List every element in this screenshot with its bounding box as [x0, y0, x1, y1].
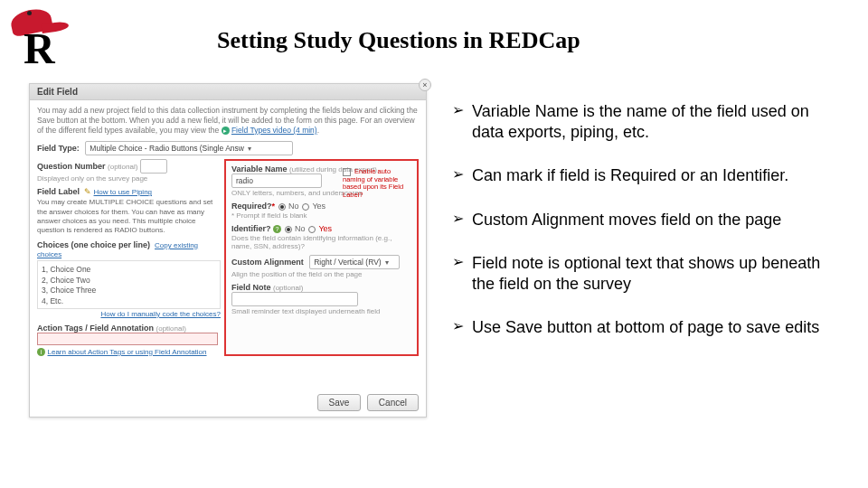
bullet-item: Field note is optional text that shows u…	[452, 253, 841, 294]
explanation-bullets: Variable Name is the name of the field u…	[452, 101, 841, 361]
identifier-no-text: No	[295, 224, 306, 233]
choice-row: 1, Choice One	[42, 265, 216, 276]
bullet-item: Can mark if field is Required or an Iden…	[452, 165, 841, 186]
auto-naming-note: Enable auto naming of variable based upo…	[343, 168, 413, 199]
action-tags-input[interactable]	[37, 333, 218, 345]
variable-name-label: Variable Name	[231, 164, 288, 174]
required-yes-radio[interactable]	[302, 203, 309, 211]
field-label-text: You may create MULTIPLE CHOICE questions…	[37, 198, 221, 236]
field-note-optional: (optional)	[273, 284, 303, 292]
required-note: * Prompt if field is blank	[231, 211, 411, 220]
question-number-label: Question Number	[37, 162, 106, 171]
qnum-optional: (optional)	[108, 163, 137, 171]
choices-label: Choices (one choice per line)	[37, 240, 150, 249]
dialog-buttons: Save Cancel	[314, 394, 419, 411]
redcap-logo: R	[7, 5, 78, 69]
bullet-item: Custom Alignment moves field on the page	[452, 210, 841, 230]
info-icon: i	[37, 348, 45, 356]
field-label-header: Field Label	[37, 187, 80, 196]
identifier-yes-text: Yes	[318, 224, 332, 233]
action-tags-optional: (optional)	[156, 324, 186, 333]
pencil-icon: ✎	[84, 187, 91, 196]
action-tags-help-link[interactable]: Learn about Action Tags or using Field A…	[48, 348, 207, 356]
identifier-note: Does the field contain identifying infor…	[231, 234, 411, 250]
qnum-note: Displayed only on the survey page	[37, 174, 221, 183]
choices-textarea[interactable]: 1, Choice One 2, Choice Two 3, Choice Th…	[37, 260, 221, 309]
action-tags-label: Action Tags / Field Annotation	[37, 324, 154, 333]
identifier-no-radio[interactable]	[285, 226, 292, 233]
piping-link[interactable]: How to use Piping	[94, 188, 152, 196]
left-column: Question Number (optional) Displayed onl…	[37, 159, 224, 356]
field-note-label: Field Note	[231, 283, 271, 292]
dialog-header: Edit Field	[30, 84, 426, 100]
choice-row: 3, Choice Three	[42, 286, 216, 296]
right-column-highlighted: Enable auto naming of variable based upo…	[224, 159, 419, 356]
custom-alignment-select[interactable]: Right / Vertical (RV)	[309, 255, 400, 269]
custom-alignment-note: Align the position of the field on the p…	[231, 270, 411, 278]
help-icon[interactable]: ?	[273, 225, 281, 233]
bullet-item: Use Save button at bottom of page to sav…	[452, 317, 841, 338]
field-type-label: Field Type:	[37, 144, 80, 153]
identifier-label: Identifier?	[231, 224, 271, 233]
field-type-row: Field Type: Multiple Choice - Radio Butt…	[37, 141, 419, 155]
required-no-text: No	[288, 202, 299, 211]
required-label: Required?*	[231, 202, 275, 211]
edit-field-dialog: × Edit Field You may add a new project f…	[29, 83, 427, 418]
field-note-hint: Small reminder text displayed underneath…	[231, 307, 411, 315]
manual-code-link[interactable]: How do I manually code the choices?	[100, 310, 221, 318]
field-note-input[interactable]	[231, 292, 358, 306]
custom-alignment-label: Custom Alignment	[231, 258, 304, 267]
field-types-video-link[interactable]: Field Types video (4 min)	[231, 126, 317, 135]
identifier-yes-radio[interactable]	[308, 226, 316, 233]
variable-name-input[interactable]	[231, 174, 322, 188]
intro-text: You may add a new project field to this …	[37, 106, 419, 136]
auto-naming-text: Enable auto naming of variable based upo…	[343, 168, 403, 199]
slide-title: Setting Study Questions in REDCap	[217, 27, 580, 54]
logo-letter: R	[24, 23, 55, 73]
question-number-input[interactable]	[140, 159, 167, 174]
required-no-radio[interactable]	[278, 203, 286, 211]
choice-row: 4, Etc.	[42, 296, 216, 307]
cap-button-icon	[27, 11, 32, 15]
choice-row: 2, Choice Two	[42, 276, 216, 286]
bullet-item: Variable Name is the name of the field u…	[452, 101, 841, 142]
cancel-button[interactable]: Cancel	[367, 394, 419, 411]
play-icon: ▸	[222, 127, 230, 135]
field-type-select[interactable]: Multiple Choice - Radio Buttons (Single …	[85, 141, 293, 155]
close-icon[interactable]: ×	[419, 79, 431, 91]
save-button[interactable]: Save	[317, 394, 362, 411]
required-yes-text: Yes	[312, 202, 326, 211]
